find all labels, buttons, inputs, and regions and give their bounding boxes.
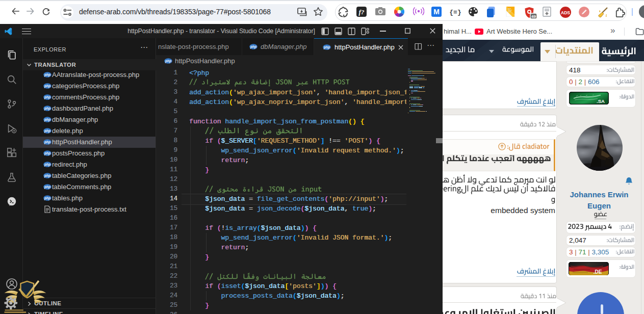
svg-text:php: php [44,196,50,200]
svg-text:.SA: .SA [597,98,605,104]
svg-text:php: php [165,59,171,63]
svg-text:php: php [44,72,50,76]
svg-text:php: php [44,128,50,133]
svg-text:php: php [323,45,330,49]
svg-text:{≡}: {≡} [450,9,461,16]
svg-text:ADS: ADS [561,10,570,15]
svg-text:php: php [44,95,50,99]
svg-text:php: php [250,45,256,49]
svg-text:.DE: .DE [594,269,602,275]
svg-text:php: php [44,162,50,166]
svg-text:php: php [44,84,50,88]
svg-text:php: php [44,106,50,110]
svg-text:php: php [44,185,50,189]
svg-text:php: php [44,117,50,121]
svg-text:php: php [44,173,50,177]
svg-text:f?: f? [359,8,365,16]
svg-text:php: php [44,151,50,155]
svg-text:M: M [433,8,440,16]
svg-text:php: php [44,140,50,144]
svg-text:49: 49 [531,14,536,19]
